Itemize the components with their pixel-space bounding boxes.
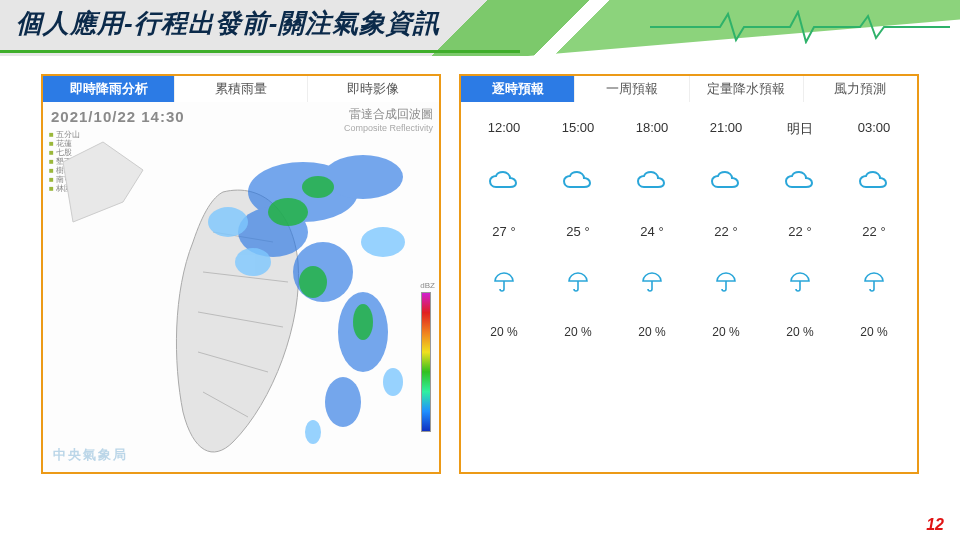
tab-live-image[interactable]: 即時影像 bbox=[307, 76, 439, 102]
cloud-icon bbox=[635, 170, 669, 192]
tab-weekly[interactable]: 一周預報 bbox=[574, 76, 688, 102]
forecast-weather-icon bbox=[467, 166, 541, 196]
ecg-line-icon bbox=[650, 10, 950, 44]
umbrella-icon bbox=[640, 270, 664, 294]
umbrella-icon bbox=[714, 270, 738, 294]
tab-wind[interactable]: 風力預測 bbox=[803, 76, 917, 102]
svg-point-5 bbox=[325, 377, 361, 427]
svg-point-1 bbox=[323, 155, 403, 199]
forecast-temp: 25 ° bbox=[541, 224, 615, 239]
svg-point-11 bbox=[235, 248, 271, 276]
forecast-temp: 22 ° bbox=[689, 224, 763, 239]
radar-panel: 即時降雨分析 累積雨量 即時影像 2021/10/22 14:30 五分山 花蓮… bbox=[41, 74, 441, 474]
umbrella-icon bbox=[788, 270, 812, 294]
svg-point-14 bbox=[305, 420, 321, 444]
forecast-precip-icon bbox=[541, 267, 615, 297]
page-number: 12 bbox=[926, 516, 944, 534]
tab-realtime-rain[interactable]: 即時降雨分析 bbox=[43, 76, 174, 102]
forecast-temp: 24 ° bbox=[615, 224, 689, 239]
svg-point-8 bbox=[299, 266, 327, 298]
svg-point-7 bbox=[302, 176, 334, 198]
forecast-pop: 20 % bbox=[467, 325, 541, 339]
forecast-precip-icon bbox=[689, 267, 763, 297]
forecast-precip-icon bbox=[837, 267, 911, 297]
tab-accumulated-rain[interactable]: 累積雨量 bbox=[174, 76, 306, 102]
tab-hourly[interactable]: 逐時預報 bbox=[461, 76, 574, 102]
forecast-precip-icon bbox=[467, 267, 541, 297]
forecast-precip-icon bbox=[615, 267, 689, 297]
svg-point-12 bbox=[361, 227, 405, 257]
forecast-time: 明日 bbox=[763, 120, 837, 138]
tab-qpf[interactable]: 定量降水預報 bbox=[689, 76, 803, 102]
radar-map[interactable]: 2021/10/22 14:30 五分山 花蓮 七股 墾丁 樹林 南屯 林園 雷… bbox=[43, 102, 439, 472]
dbz-label: dBZ bbox=[420, 281, 435, 290]
forecast-weather-icon bbox=[615, 166, 689, 196]
cloud-icon bbox=[487, 170, 521, 192]
forecast-time: 12:00 bbox=[467, 120, 541, 138]
forecast-pop: 20 % bbox=[541, 325, 615, 339]
forecast-time: 15:00 bbox=[541, 120, 615, 138]
forecast-temp: 22 ° bbox=[763, 224, 837, 239]
cloud-icon bbox=[783, 170, 817, 192]
forecast-pop: 20 % bbox=[615, 325, 689, 339]
forecast-temp: 22 ° bbox=[837, 224, 911, 239]
forecast-time: 03:00 bbox=[837, 120, 911, 138]
forecast-panel: 逐時預報 一周預報 定量降水預報 風力預測 12:0015:0018:0021:… bbox=[459, 74, 919, 474]
dbz-color-scale bbox=[421, 292, 431, 432]
forecast-time: 18:00 bbox=[615, 120, 689, 138]
forecast-precip-icon bbox=[763, 267, 837, 297]
forecast-pop: 20 % bbox=[689, 325, 763, 339]
forecast-time: 21:00 bbox=[689, 120, 763, 138]
svg-point-9 bbox=[353, 304, 373, 340]
forecast-pop: 20 % bbox=[837, 325, 911, 339]
radar-product-zh: 雷達合成回波圖 bbox=[344, 106, 433, 123]
svg-point-6 bbox=[268, 198, 308, 226]
umbrella-icon bbox=[862, 270, 886, 294]
forecast-body: 12:0015:0018:0021:00明日03:0027 °25 °24 °2… bbox=[461, 102, 917, 472]
svg-point-10 bbox=[208, 207, 248, 237]
taiwan-map-icon bbox=[63, 122, 423, 472]
forecast-tab-row: 逐時預報 一周預報 定量降水預報 風力預測 bbox=[461, 76, 917, 102]
cloud-icon bbox=[561, 170, 595, 192]
map-source-label: 中央氣象局 bbox=[53, 446, 128, 464]
page-title: 個人應用-行程出發前-關注氣象資訊 bbox=[16, 6, 440, 41]
forecast-temp: 27 ° bbox=[467, 224, 541, 239]
radar-tab-row: 即時降雨分析 累積雨量 即時影像 bbox=[43, 76, 439, 102]
cloud-icon bbox=[709, 170, 743, 192]
cloud-icon bbox=[857, 170, 891, 192]
header-underline bbox=[0, 50, 520, 53]
umbrella-icon bbox=[566, 270, 590, 294]
umbrella-icon bbox=[492, 270, 516, 294]
svg-point-13 bbox=[383, 368, 403, 396]
forecast-pop: 20 % bbox=[763, 325, 837, 339]
forecast-weather-icon bbox=[541, 166, 615, 196]
forecast-weather-icon bbox=[837, 166, 911, 196]
forecast-weather-icon bbox=[763, 166, 837, 196]
forecast-weather-icon bbox=[689, 166, 763, 196]
